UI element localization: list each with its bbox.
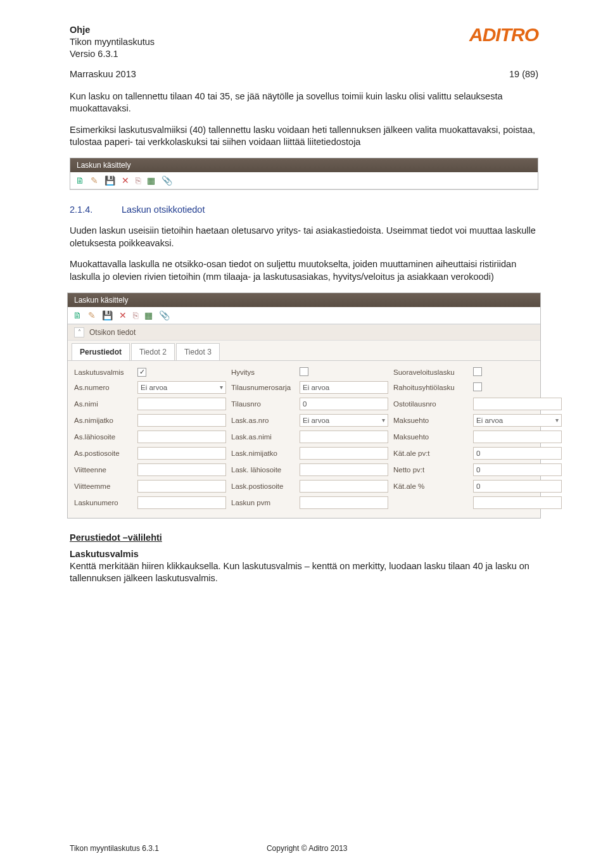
attachment-icon[interactable]: 📎	[159, 311, 170, 320]
header-title: Ohje	[70, 25, 90, 35]
tab-perustiedot[interactable]: Perustiedot	[72, 343, 130, 360]
header-page-number: 19 (89)	[509, 69, 538, 79]
field-label: Laskunumero	[74, 499, 132, 506]
checkbox[interactable]	[473, 382, 482, 391]
text-input[interactable]	[300, 463, 388, 476]
text-input[interactable]	[137, 463, 226, 476]
page-header: Ohje Tikon myyntilaskutus Versio 6.3.1 A…	[70, 24, 538, 79]
text-input[interactable]	[473, 398, 562, 410]
field-label: Netto pv:t	[393, 466, 468, 474]
chevron-down-icon[interactable]: ▾	[220, 384, 223, 391]
paragraph-1: Kun lasku on tallennettu tilaan 40 tai 3…	[70, 91, 538, 115]
field-label: Tilausnumerosarja	[231, 384, 294, 391]
panel2-title: Laskun käsittely	[68, 293, 540, 307]
field-label: Ostotilausnro	[393, 400, 468, 408]
text-input[interactable]	[137, 447, 226, 460]
chevron-down-icon[interactable]: ▾	[555, 417, 559, 424]
new-icon[interactable]: 🗎	[73, 311, 82, 320]
paragraph-4: Muokattavalla laskulla ne otsikko-osan t…	[70, 258, 538, 283]
field-label: Laskun pvm	[231, 499, 294, 506]
text-input[interactable]: 0	[473, 447, 562, 460]
duplicate-icon[interactable]: ⎘	[136, 176, 141, 185]
save-icon[interactable]: 💾	[102, 311, 113, 320]
panel1-title: Laskun käsittely	[70, 158, 538, 172]
delete-icon[interactable]: ✕	[119, 311, 127, 320]
text-input[interactable]: Ei arvoa▾	[473, 414, 562, 427]
panel-large-screenshot: Laskun käsittely 🗎 ✎ 💾 ✕ ⎘ ▦ 📎 ˄ Otsikon…	[67, 292, 541, 519]
section-heading: 2.1.4. Laskun otsikkotiedot	[70, 204, 538, 217]
field-label: Laskutusvalmis	[74, 368, 132, 376]
text-input[interactable]	[300, 480, 388, 493]
new-icon[interactable]: 🗎	[75, 176, 84, 185]
field-label: Lask.nimijatko	[231, 450, 294, 457]
text-input[interactable]	[300, 496, 388, 509]
toolbar: 🗎 ✎ 💾 ✕ ⎘ ▦ 📎	[70, 172, 538, 189]
field-label: As.nimijatko	[74, 417, 132, 424]
tabs: Perustiedot Tiedot 2 Tiedot 3	[68, 341, 540, 361]
text-input[interactable]	[137, 414, 226, 427]
field-label: Viitteenne	[74, 466, 132, 474]
checkbox[interactable]	[300, 367, 308, 376]
text-input[interactable]	[137, 480, 226, 493]
text-input[interactable]	[137, 496, 226, 509]
attachment-icon[interactable]: 📎	[162, 176, 172, 185]
page-footer: Tikon myyntilaskutus 6.3.1 Copyright © A…	[70, 844, 538, 853]
text-input[interactable]	[473, 431, 562, 443]
text-input[interactable]	[300, 447, 388, 460]
checkbox[interactable]	[473, 367, 482, 376]
text-input[interactable]: Ei arvoa	[300, 381, 388, 394]
field-label: Lask. lähiosoite	[231, 466, 294, 474]
field-label: Lask.postiosoite	[231, 482, 294, 490]
field-name-bold: Laskutusvalmis	[70, 549, 538, 559]
field-label: Suoraveloituslasku	[393, 368, 468, 376]
field-label: Viitteemme	[74, 482, 132, 490]
brand-logo: ADITRO	[469, 24, 538, 46]
text-input[interactable]	[137, 398, 226, 410]
text-input[interactable]	[137, 431, 226, 443]
tab-tiedot2[interactable]: Tiedot 2	[131, 343, 175, 360]
field-label: Kät.ale %	[393, 482, 468, 490]
header-product: Tikon myyntilaskutus	[70, 36, 538, 48]
tab-tiedot3[interactable]: Tiedot 3	[176, 343, 220, 360]
paragraph-2: Esimerkiksi laskutusvalmiiksi (40) talle…	[70, 124, 538, 149]
paragraph-5: Kenttä merkitään hiiren klikkauksella. K…	[70, 560, 538, 585]
field-label: As.postiosoite	[74, 450, 132, 457]
text-input[interactable]: 0	[473, 480, 562, 493]
delete-icon[interactable]: ✕	[122, 176, 129, 185]
chevron-up-icon[interactable]: ˄	[74, 327, 84, 337]
field-label: Tilausnro	[231, 400, 294, 408]
text-input[interactable]: 0	[300, 398, 388, 410]
form-grid: Laskutusvalmis✓HyvitysSuoraveloituslasku…	[68, 361, 540, 518]
text-input[interactable]: Ei arvoa▾	[300, 414, 388, 427]
text-input[interactable]	[300, 431, 388, 443]
field-label: Lask.as.nimi	[231, 433, 294, 441]
header-date: Marraskuu 2013	[70, 69, 136, 79]
duplicate-icon[interactable]: ⎘	[133, 311, 138, 320]
paragraph-3: Uuden laskun useisiin tietoihin haetaan …	[70, 225, 538, 249]
field-label: Lask.as.nro	[231, 417, 294, 424]
header-version: Versio 6.3.1	[70, 48, 538, 60]
text-input[interactable]: Ei arvoa▾	[137, 381, 226, 394]
excel-icon[interactable]: ▦	[147, 176, 155, 185]
sub-heading: Perustiedot –välilehti	[70, 532, 538, 543]
section-title: Laskun otsikkotiedot	[122, 204, 205, 215]
footer-right: Copyright © Aditro 2013	[267, 844, 348, 853]
field-label: Hyvitys	[231, 368, 294, 376]
field-label: As.lähiosoite	[74, 433, 132, 441]
field-label: Maksuehto	[393, 417, 468, 424]
field-label: Kät.ale pv:t	[393, 450, 468, 457]
field-label: Rahoitusyhtiölasku	[393, 384, 468, 391]
edit-icon[interactable]: ✎	[91, 176, 98, 185]
checkbox[interactable]: ✓	[137, 368, 146, 377]
save-icon[interactable]: 💾	[104, 176, 115, 185]
section-number: 2.1.4.	[70, 204, 119, 217]
edit-icon[interactable]: ✎	[88, 311, 96, 320]
text-input[interactable]	[473, 496, 562, 509]
footer-left: Tikon myyntilaskutus 6.3.1	[70, 844, 159, 853]
chevron-down-icon[interactable]: ▾	[382, 417, 385, 424]
panel-small-screenshot: Laskun käsittely 🗎 ✎ 💾 ✕ ⎘ ▦ 📎	[70, 158, 538, 190]
field-label: As.nimi	[74, 400, 132, 408]
text-input[interactable]: 0	[473, 463, 562, 476]
excel-icon[interactable]: ▦	[144, 311, 153, 320]
field-label: As.numero	[74, 384, 132, 391]
